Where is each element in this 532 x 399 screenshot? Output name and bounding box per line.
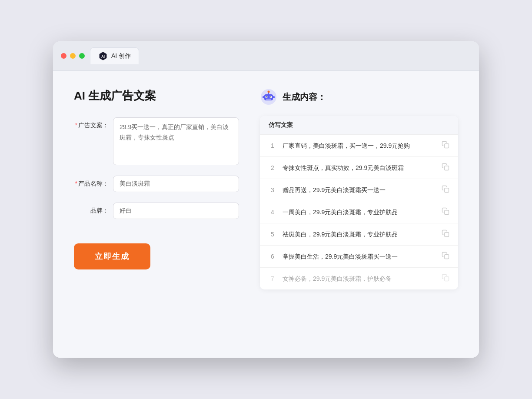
row-number: 1	[269, 142, 276, 149]
svg-point-8	[266, 96, 267, 97]
robot-icon	[260, 88, 277, 106]
results-container: 1厂家直销，美白淡斑霜，买一送一，29.9元抢购 2专抹女性斑点，真实功效，29…	[260, 135, 458, 289]
page-title: AI 生成广告文案	[74, 88, 239, 103]
svg-rect-19	[445, 277, 449, 281]
required-star-product: *	[75, 180, 77, 187]
table-row: 2专抹女性斑点，真实功效，29.9元美白淡斑霜	[260, 157, 458, 179]
copy-icon[interactable]	[442, 274, 449, 283]
svg-rect-16	[445, 210, 449, 215]
row-number: 3	[269, 186, 276, 193]
row-text: 掌握美白生活，29.9元美白淡斑霜买一送一	[283, 252, 436, 261]
copy-icon[interactable]	[442, 185, 449, 195]
required-star-ad: *	[75, 122, 77, 129]
svg-rect-10	[266, 99, 271, 100]
row-number: 6	[269, 253, 276, 260]
ai-tab-icon: AI	[98, 51, 108, 61]
ad-copy-textarea[interactable]	[113, 117, 239, 165]
svg-rect-17	[445, 233, 449, 237]
table-row: 6掌握美白生活，29.9元美白淡斑霜买一送一	[260, 246, 458, 268]
table-row: 7女神必备，29.9元美白淡斑霜，护肤必备	[260, 268, 458, 289]
browser-window: AI AI 创作 AI 生成广告文案 *广告文案： *产品名称：	[53, 41, 479, 358]
product-name-input[interactable]	[113, 176, 239, 192]
browser-content: AI 生成广告文案 *广告文案： *产品名称： 品牌： 立即生成	[53, 71, 479, 358]
svg-text:AI: AI	[101, 55, 105, 59]
svg-point-5	[268, 91, 270, 93]
form-group-ad-copy: *广告文案：	[74, 117, 239, 165]
copy-icon[interactable]	[442, 207, 449, 217]
row-text: 专抹女性斑点，真实功效，29.9元美白淡斑霜	[283, 163, 436, 173]
svg-rect-14	[445, 166, 449, 170]
close-button[interactable]	[61, 53, 66, 59]
row-text: 赠品再送，29.9元美白淡斑霜买一送一	[283, 186, 436, 195]
row-number: 7	[269, 275, 276, 282]
form-group-product-name: *产品名称：	[74, 176, 239, 192]
right-panel: 生成内容： 仿写文案 1厂家直销，美白淡斑霜，买一送一，29.9元抢购 2专抹女…	[260, 88, 458, 340]
label-ad-copy: *广告文案：	[74, 117, 109, 130]
svg-rect-13	[445, 144, 449, 148]
brand-input[interactable]	[113, 203, 239, 219]
table-row: 5祛斑美白，29.9元美白淡斑霜，专业护肤品	[260, 223, 458, 246]
copy-icon[interactable]	[442, 229, 449, 239]
label-brand: 品牌：	[74, 203, 109, 215]
svg-rect-11	[263, 96, 264, 98]
maximize-button[interactable]	[79, 53, 85, 59]
result-table: 仿写文案 1厂家直销，美白淡斑霜，买一送一，29.9元抢购 2专抹女性斑点，真实…	[260, 116, 458, 289]
table-row: 1厂家直销，美白淡斑霜，买一送一，29.9元抢购	[260, 135, 458, 157]
row-text: 一周美白，29.9元美白淡斑霜，专业护肤品	[283, 208, 436, 217]
traffic-lights	[61, 53, 85, 59]
row-text: 祛斑美白，29.9元美白淡斑霜，专业护肤品	[283, 230, 436, 239]
table-row: 4一周美白，29.9元美白淡斑霜，专业护肤品	[260, 201, 458, 223]
generate-button[interactable]: 立即生成	[74, 243, 150, 269]
row-number: 5	[269, 231, 276, 238]
table-header: 仿写文案	[260, 116, 458, 135]
svg-rect-12	[273, 96, 275, 98]
result-title: 生成内容：	[283, 91, 326, 103]
label-product-name: *产品名称：	[74, 176, 109, 188]
row-text: 厂家直销，美白淡斑霜，买一送一，29.9元抢购	[283, 141, 436, 150]
left-panel: AI 生成广告文案 *广告文案： *产品名称： 品牌： 立即生成	[74, 88, 239, 340]
form-group-brand: 品牌：	[74, 203, 239, 219]
copy-icon[interactable]	[442, 252, 449, 261]
copy-icon[interactable]	[442, 163, 449, 173]
svg-rect-15	[445, 188, 449, 193]
svg-point-9	[270, 96, 271, 97]
row-number: 4	[269, 209, 276, 216]
tab-label: AI 创作	[111, 52, 131, 60]
svg-rect-18	[445, 255, 449, 259]
row-text: 女神必备，29.9元美白淡斑霜，护肤必备	[283, 274, 436, 283]
active-tab[interactable]: AI AI 创作	[90, 47, 139, 64]
copy-icon[interactable]	[442, 141, 449, 150]
title-bar: AI AI 创作	[53, 41, 479, 71]
row-number: 2	[269, 164, 276, 171]
minimize-button[interactable]	[70, 53, 76, 59]
result-header: 生成内容：	[260, 88, 458, 106]
table-row: 3赠品再送，29.9元美白淡斑霜买一送一	[260, 179, 458, 201]
